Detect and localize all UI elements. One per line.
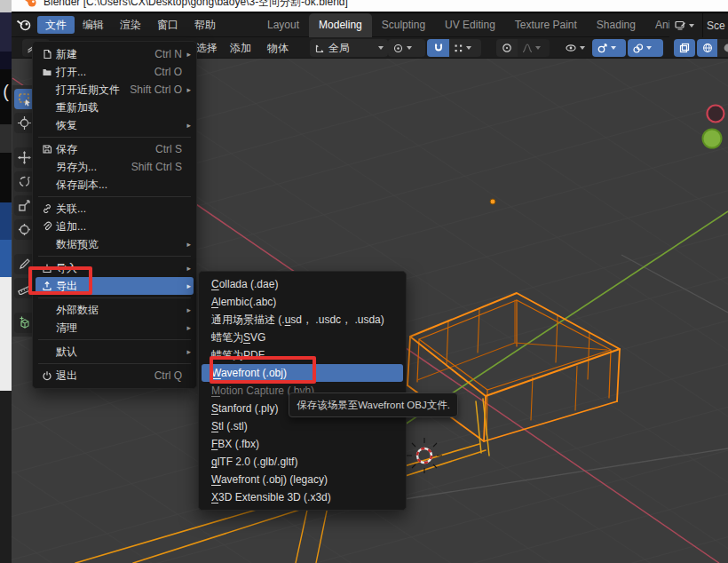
menu-separator (33, 134, 196, 140)
origin-dot[interactable] (490, 199, 495, 204)
menu-file[interactable]: 文件 (37, 16, 75, 34)
snap-toggle-button[interactable] (427, 39, 449, 57)
annotation-box-export (28, 266, 92, 295)
scene-name-label[interactable]: Sce (707, 20, 728, 32)
menu-item-recover[interactable]: 恢复 ▸ (33, 116, 196, 134)
menu-shortcut: Ctrl S (155, 143, 182, 155)
proportional-circle-icon (502, 43, 512, 53)
snap-group (427, 37, 481, 59)
menu-item-external-data[interactable]: 外部数据 ▸ (33, 301, 196, 319)
eye-icon (565, 43, 577, 53)
menu-item-clean-up[interactable]: 清理 ▸ (33, 319, 196, 337)
snap-increment-icon (454, 44, 463, 53)
wireframe-shading-button[interactable] (697, 39, 717, 57)
export-item-wavefront-legacy[interactable]: Wavefront (.obj) (legacy) (199, 471, 406, 488)
submenu-arrow-icon: ▸ (182, 282, 191, 290)
export-item-gltf[interactable]: glTF 2.0 (.glb/.gltf) (199, 453, 406, 471)
menu-item-save-as[interactable]: 另存为... Shift Ctrl S (33, 158, 196, 176)
falloff-dropdown[interactable] (518, 39, 550, 57)
save-icon (38, 144, 56, 155)
blender-window: ( Blender [C:\Users\CX\Desktop\gong\baoy… (0, 0, 728, 563)
menu-window[interactable]: 窗口 (149, 16, 186, 34)
separator (702, 13, 703, 37)
export-submenu: Collada (.dae) Alembic(.abc) 通用场景描述 (.us… (198, 271, 407, 511)
menu-item-label: 清理 (56, 321, 182, 336)
menu-item-label: 退出 (56, 369, 154, 384)
scene-icon[interactable] (669, 17, 699, 35)
menu-item-label: 新建 (56, 47, 154, 62)
menu-item-label: 打开近期文件 (56, 83, 130, 98)
menu-item-label: 打开... (56, 65, 154, 80)
menu-item-link[interactable]: 关联... (33, 200, 196, 218)
proportional-edit-button[interactable] (496, 39, 518, 57)
window-title: Blender [C:\Users\CX\Desktop\gong\baoye\… (44, 0, 348, 10)
menu-item-defaults[interactable]: 默认 ▸ (33, 343, 196, 361)
pivot-point-dropdown[interactable] (388, 37, 425, 59)
axis-ball-x (708, 106, 724, 123)
transform-orientation-dropdown[interactable]: 全局 (310, 37, 388, 59)
overlays-dropdown[interactable] (628, 37, 663, 59)
menu-item-open[interactable]: 打开... Ctrl O (33, 63, 196, 81)
tab-uv-editing[interactable]: UV Editing (435, 13, 505, 37)
solid-shading-button[interactable] (717, 39, 728, 57)
menu-item-save[interactable]: 保存 Ctrl S (33, 140, 196, 158)
gizmos-dropdown[interactable] (592, 37, 626, 59)
tab-shading[interactable]: Shading (587, 13, 645, 37)
menu-item-append[interactable]: 追加... (33, 218, 196, 235)
export-item-fbx[interactable]: FBX (.fbx) (199, 435, 406, 453)
export-item-grease-pencil-svg[interactable]: 蜡笔为SVG (199, 329, 406, 346)
export-item-x3d[interactable]: X3D Extensible 3D (.x3d) (199, 488, 406, 506)
menu-item-quit[interactable]: 退出 Ctrl Q (33, 367, 196, 385)
menu-help[interactable]: 帮助 (186, 16, 224, 34)
export-item-stl[interactable]: Stl (.stl) (199, 417, 406, 435)
menu-item-label: 保存 (56, 142, 155, 157)
menu-add[interactable]: 添加 (230, 37, 251, 59)
export-item-usd[interactable]: 通用场景描述 (.usd， .usdc， .usda) (199, 311, 406, 329)
menu-item-revert[interactable]: 重新加载 (33, 99, 196, 116)
menu-item-label: 保存副本... (56, 178, 182, 193)
link-icon (38, 203, 56, 214)
export-item-alembic[interactable]: Alembic(.abc) (199, 293, 406, 311)
proportional-editing-group (496, 37, 550, 59)
menu-shortcut: Shift Ctrl O (130, 83, 182, 96)
tooltip-text: 保存该场景至Wavefront OBJ文件. (297, 399, 450, 412)
menu-item-label: 数据预览 (56, 237, 182, 252)
power-icon (38, 370, 56, 381)
menu-separator (33, 337, 196, 343)
menu-select[interactable]: 选择 (196, 37, 218, 59)
menu-item-label: 恢复 (56, 118, 182, 133)
tab-modeling[interactable]: Modeling (309, 13, 372, 37)
object-visibility-dropdown[interactable] (560, 37, 596, 59)
menu-shortcut: Ctrl O (154, 66, 182, 78)
submenu-arrow-icon: ▸ (182, 323, 191, 332)
submenu-arrow-icon: ▸ (182, 240, 191, 249)
menu-edit[interactable]: 编辑 (75, 16, 112, 34)
wireframe-globe-icon (702, 43, 713, 53)
blender-app-icon[interactable] (16, 18, 32, 32)
pivot-point-icon (392, 43, 404, 54)
menu-separator (33, 295, 196, 301)
menu-item-new[interactable]: 新建 Ctrl N ▸ (33, 45, 196, 63)
export-item-collada[interactable]: Collada (.dae) (199, 275, 406, 293)
menu-item-data-preview[interactable]: 数据预览 ▸ (33, 235, 196, 253)
menu-render[interactable]: 渲染 (112, 16, 149, 34)
file-menu-dropdown: 新建 Ctrl N ▸ 打开... Ctrl O 打开近期文件 Shift Ct… (32, 41, 197, 389)
background-window-strip: ( (0, 0, 12, 563)
tab-sculpting[interactable]: Sculpting (372, 13, 435, 37)
menu-shortcut: Ctrl Q (154, 369, 182, 382)
paperclip-icon (38, 221, 56, 232)
xray-toggle-button[interactable] (674, 37, 695, 59)
tab-layout[interactable]: Layout (257, 13, 309, 37)
orientation-value: 全局 (328, 41, 350, 56)
tab-texture-paint[interactable]: Texture Paint (505, 13, 587, 37)
menu-item-label: 默认 (56, 345, 182, 360)
magnet-icon (433, 43, 444, 53)
menu-object[interactable]: 物体 (267, 37, 289, 59)
menu-shortcut: Ctrl N (154, 48, 182, 60)
menu-item-save-copy[interactable]: 保存副本... (33, 176, 196, 194)
snap-with-dropdown[interactable] (449, 39, 481, 57)
menu-item-open-recent[interactable]: 打开近期文件 Shift Ctrl O ▸ (33, 81, 196, 99)
menu-shortcut: Shift Ctrl S (131, 161, 182, 173)
menu-item-label: 另存为... (56, 160, 131, 175)
submenu-arrow-icon: ▸ (182, 50, 191, 59)
